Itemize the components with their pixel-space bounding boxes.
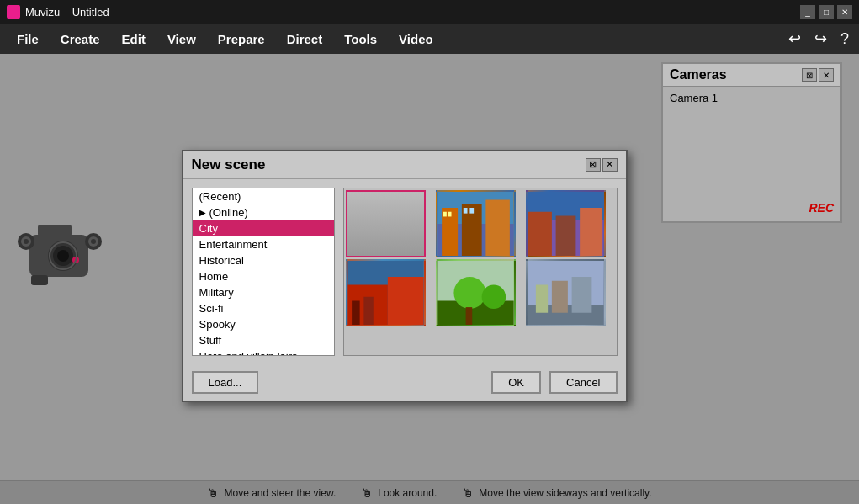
scene-thumb-5[interactable] [526,259,606,326]
scene-thumb-2[interactable] [526,190,606,257]
category-item-3[interactable]: Entertainment [193,236,334,252]
app-title: Muvizu – Untitled [25,6,109,19]
status-item-1: 🖱 Look around. [361,486,437,500]
svg-rect-23 [469,208,474,214]
dialog-footer: Load... OK Cancel [183,364,626,401]
title-bar: Muvizu – Untitled _ □ ✕ [0,0,859,24]
category-item-6[interactable]: Military [193,284,334,300]
svg-rect-26 [528,211,553,255]
svg-rect-31 [387,277,423,325]
category-item-10[interactable]: Hero and villain lairs [193,348,334,356]
dialog-controls: ⊠ ✕ [586,158,618,172]
maximize-button[interactable]: □ [819,5,834,19]
mouse-icon-2: 🖱 [462,486,474,500]
status-text-0: Move and steer the view. [224,487,336,499]
category-item-2[interactable]: City [193,220,334,236]
category-item-9[interactable]: Stuff [193,332,334,348]
close-button[interactable]: ✕ [837,5,852,19]
svg-rect-41 [536,284,548,312]
category-item-8[interactable]: Spooky [193,316,334,332]
scene-thumb-1[interactable] [436,190,516,257]
svg-rect-32 [352,300,360,325]
scene-grid-wrapper [343,188,618,356]
menu-bar: File Create Edit View Prepare Direct Too… [0,24,859,54]
category-item-5[interactable]: Home [193,268,334,284]
dialog-header: New scene ⊠ ✕ [183,151,626,179]
menu-prepare[interactable]: Prepare [208,29,275,50]
category-item-0[interactable]: (Recent) [193,188,334,204]
status-bar: 🖱 Move and steer the view. 🖱 Look around… [0,480,859,504]
dialog-overlay: New scene ⊠ ✕ (Recent)▶(Online)CityEnter… [0,54,859,480]
svg-rect-27 [556,215,576,256]
svg-point-37 [481,284,506,309]
category-list[interactable]: (Recent)▶(Online)CityEntertainmentHistor… [192,188,335,356]
category-item-7[interactable]: Sci-fi [193,300,334,316]
ok-button[interactable]: OK [491,371,541,394]
scene-thumb-0[interactable] [346,190,426,257]
menu-items: File Create Edit View Prepare Direct Too… [7,29,443,50]
status-item-2: 🖱 Move the view sideways and vertically. [462,486,651,500]
new-scene-dialog: New scene ⊠ ✕ (Recent)▶(Online)CityEnter… [182,150,628,402]
svg-rect-43 [572,277,592,313]
menu-direct[interactable]: Direct [277,29,333,50]
svg-rect-20 [443,211,447,216]
scene-grid [344,188,617,328]
menu-video[interactable]: Video [389,29,443,50]
menu-create[interactable]: Create [50,29,110,50]
status-item-0: 🖱 Move and steer the view. [207,486,336,500]
menu-view[interactable]: View [157,29,206,50]
menu-file[interactable]: File [7,29,49,50]
scene-thumb-4[interactable] [436,259,516,326]
svg-rect-21 [448,211,452,216]
mouse-icon-0: 🖱 [207,486,219,500]
redo-button[interactable]: ↪ [811,28,830,50]
menu-edit[interactable]: Edit [112,29,156,50]
minimize-button[interactable]: _ [800,5,815,19]
svg-rect-42 [552,280,568,312]
scene-thumb-3[interactable] [346,259,426,326]
toolbar-right: ↩ ↪ ? [785,28,852,50]
dialog-minimize-button[interactable]: ⊠ [586,158,601,172]
dialog-title: New scene [192,157,266,173]
category-item-1[interactable]: ▶(Online) [193,204,334,220]
dialog-body: (Recent)▶(Online)CityEntertainmentHistor… [183,179,626,364]
svg-rect-19 [485,199,510,256]
load-button[interactable]: Load... [192,371,259,394]
svg-rect-28 [580,208,602,256]
svg-rect-38 [465,307,472,325]
mouse-icon-1: 🖱 [361,486,373,500]
dialog-close-button[interactable]: ✕ [602,158,618,172]
status-text-2: Move the view sideways and vertically. [479,487,651,499]
window-controls: _ □ ✕ [800,5,852,19]
svg-rect-0 [8,7,19,17]
svg-point-36 [453,277,485,309]
menu-tools[interactable]: Tools [334,29,387,50]
cancel-button[interactable]: Cancel [549,371,617,394]
category-item-4[interactable]: Historical [193,252,334,268]
main-viewport: Cameras ⊠ ✕ Camera 1 REC New scene ⊠ ✕ [0,54,859,480]
undo-button[interactable]: ↩ [785,28,804,50]
help-button[interactable]: ? [837,29,852,50]
svg-rect-22 [464,208,468,214]
svg-rect-33 [363,296,373,324]
status-text-1: Look around. [378,487,437,499]
app-icon [7,5,20,19]
